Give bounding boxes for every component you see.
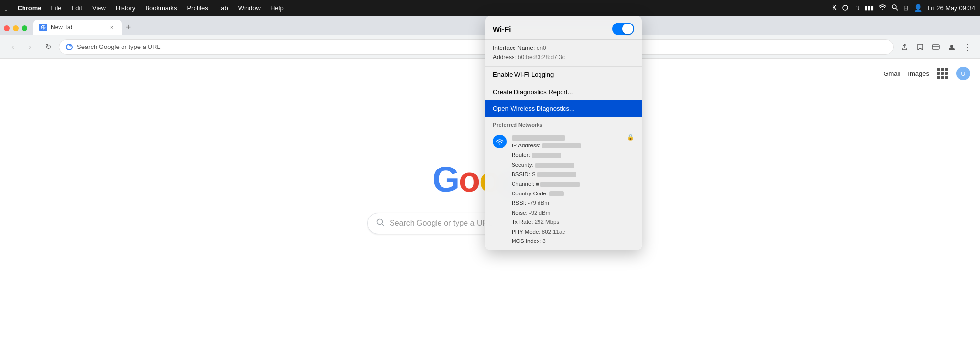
menu-item-file[interactable]: File bbox=[48, 3, 66, 13]
search-icon bbox=[376, 218, 385, 229]
karabiner-icon[interactable]: K bbox=[833, 4, 837, 11]
rssi-line: RSSI: -79 dBm bbox=[512, 198, 634, 208]
mcs-index-line: MCS Index: 3 bbox=[512, 237, 634, 246]
address-bar[interactable]: Search Google or type a URL bbox=[59, 39, 894, 55]
fantastical-icon[interactable] bbox=[841, 3, 849, 13]
menu-item-profiles[interactable]: Profiles bbox=[183, 3, 212, 13]
menu-bar-left:  Chrome File Edit View History Bookmark… bbox=[5, 3, 288, 13]
apple-icon[interactable]:  bbox=[5, 4, 7, 12]
svg-rect-1 bbox=[844, 5, 845, 6]
wifi-network-icon bbox=[493, 135, 507, 148]
minimize-button[interactable] bbox=[13, 25, 19, 31]
user-icon[interactable]: 👤 bbox=[914, 4, 922, 12]
profile-button[interactable] bbox=[945, 40, 958, 54]
menu-item-tab[interactable]: Tab bbox=[214, 3, 232, 13]
images-link[interactable]: Images bbox=[908, 70, 929, 77]
wifi-network-row[interactable]: ████████ 🔒 IP Address: ████████ Router: … bbox=[485, 130, 642, 250]
tab-new-tab[interactable]: New Tab × bbox=[33, 20, 122, 35]
menu-item-history[interactable]: History bbox=[112, 3, 139, 13]
security-line: Security: ████████ bbox=[512, 160, 634, 170]
search-placeholder-text: Search Google or type a URL bbox=[390, 219, 492, 228]
wifi-network-details: ████████ 🔒 IP Address: ████████ Router: … bbox=[512, 134, 634, 246]
maximize-button[interactable] bbox=[22, 25, 27, 31]
wifi-interface-info: Interface Name: en0 Address: b0:be:83:28… bbox=[485, 40, 642, 67]
preferred-networks-title: Preferred Networks bbox=[485, 117, 642, 130]
svg-line-12 bbox=[382, 224, 384, 226]
search-menubar-icon[interactable] bbox=[891, 4, 898, 12]
phy-mode-line: PHY Mode: 802.11ac bbox=[512, 227, 634, 237]
menu-item-window[interactable]: Window bbox=[234, 3, 265, 13]
ip-address-line: IP Address: ████████ bbox=[512, 141, 634, 151]
router-line: Router: ██████ bbox=[512, 150, 634, 160]
battery-icon[interactable]: ▮▮▮ bbox=[865, 5, 874, 11]
menu-bar-right: K ↑↓ ▮▮▮ ⊟ 👤 Fri 26 May 09:34 bbox=[833, 3, 975, 13]
tab-favicon bbox=[39, 24, 47, 31]
toggle-knob bbox=[622, 24, 633, 34]
user-avatar[interactable]: U bbox=[956, 67, 970, 80]
forward-button[interactable]: › bbox=[24, 40, 37, 54]
enable-wifi-logging-item[interactable]: Enable Wi-Fi Logging bbox=[485, 67, 642, 83]
gmail-link[interactable]: Gmail bbox=[883, 70, 900, 77]
close-button[interactable] bbox=[4, 25, 10, 31]
menu-item-view[interactable]: View bbox=[88, 3, 110, 13]
tab-close-button[interactable]: × bbox=[108, 24, 116, 31]
wifi-lock-icon: 🔒 bbox=[627, 134, 634, 141]
wifi-network-name-row: ████████ 🔒 bbox=[512, 134, 634, 141]
wifi-panel: Wi-Fi Interface Name: en0 Address: b0:be… bbox=[485, 16, 642, 250]
address-line: Address: b0:be:83:28:d7:3c bbox=[493, 53, 634, 62]
open-wireless-diagnostics-item[interactable]: Open Wireless Diagnostics... bbox=[485, 100, 642, 117]
tab-search-button[interactable] bbox=[929, 40, 943, 54]
svg-rect-8 bbox=[932, 45, 939, 49]
wifi-icon[interactable] bbox=[879, 4, 886, 12]
more-menu-button[interactable]: ⋮ bbox=[960, 40, 974, 54]
top-right-links: Gmail Images U bbox=[883, 67, 970, 80]
create-diagnostics-item[interactable]: Create Diagnostics Report... bbox=[485, 84, 642, 100]
wifi-panel-header: Wi-Fi bbox=[485, 16, 642, 40]
traffic-lights bbox=[4, 25, 27, 31]
svg-point-11 bbox=[377, 219, 383, 225]
noise-line: Noise: -92 dBm bbox=[512, 208, 634, 218]
menu-item-edit[interactable]: Edit bbox=[68, 3, 86, 13]
share-button[interactable] bbox=[898, 40, 911, 54]
country-code-line: Country Code: ██ bbox=[512, 189, 634, 199]
menu-item-chrome[interactable]: Chrome bbox=[13, 3, 45, 13]
channel-line: Channel: ■ ████████ bbox=[512, 179, 634, 189]
svg-point-3 bbox=[892, 5, 896, 9]
svg-point-13 bbox=[499, 143, 501, 144]
menu-bar:  Chrome File Edit View History Bookmark… bbox=[0, 0, 980, 16]
menu-item-bookmarks[interactable]: Bookmarks bbox=[141, 3, 181, 13]
date-time-display: Fri 26 May 09:34 bbox=[927, 4, 975, 12]
git-icon[interactable]: ↑↓ bbox=[854, 4, 860, 11]
txrate-line: Tx Rate: 292 Mbps bbox=[512, 217, 634, 227]
toolbar-right: ⋮ bbox=[898, 40, 974, 54]
apps-grid-icon[interactable] bbox=[937, 68, 949, 79]
new-tab-button[interactable]: + bbox=[122, 21, 135, 34]
svg-point-0 bbox=[843, 5, 848, 10]
interface-name-line: Interface Name: en0 bbox=[493, 44, 634, 53]
svg-line-4 bbox=[896, 8, 898, 10]
svg-rect-2 bbox=[846, 5, 847, 6]
address-text: Search Google or type a URL bbox=[77, 43, 161, 50]
back-button[interactable]: ‹ bbox=[6, 40, 20, 54]
wifi-toggle[interactable] bbox=[612, 23, 634, 35]
bssid-line: BSSID: S ████████ bbox=[512, 170, 634, 180]
wifi-title: Wi-Fi bbox=[493, 25, 511, 33]
wifi-network-name: ████████ bbox=[512, 134, 565, 141]
menu-item-help[interactable]: Help bbox=[267, 3, 288, 13]
tab-title: New Tab bbox=[51, 24, 104, 31]
reload-button[interactable]: ↻ bbox=[41, 40, 55, 54]
control-center-icon[interactable]: ⊟ bbox=[903, 4, 909, 12]
logo-o1: o bbox=[459, 160, 479, 199]
logo-G: G bbox=[432, 160, 459, 199]
bookmark-button[interactable] bbox=[913, 40, 927, 54]
google-favicon-address bbox=[65, 43, 73, 51]
